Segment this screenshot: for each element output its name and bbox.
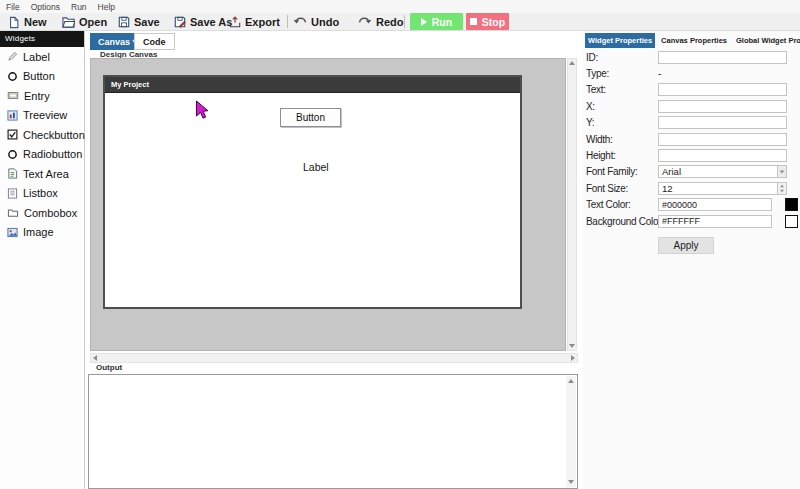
save-as-button[interactable]: Save As <box>174 14 232 30</box>
tab-global-widget-properties[interactable]: Global Widget Properties <box>733 33 800 48</box>
id-input[interactable] <box>658 51 787 64</box>
widgets-header: Widgets <box>0 31 84 47</box>
project-window-titlebar: My Project <box>105 77 520 93</box>
menu-options[interactable]: Options <box>31 2 60 12</box>
text-color-swatch[interactable] <box>785 198 798 211</box>
menu-file[interactable]: File <box>6 2 20 12</box>
font-family-value: Arial <box>662 166 681 177</box>
new-button[interactable]: New <box>8 14 47 30</box>
background-color-label: Background Color: <box>586 216 658 227</box>
scroll-right-icon[interactable] <box>571 355 575 361</box>
item-text: Entry <box>24 90 50 102</box>
redo-label: Redo <box>376 16 404 28</box>
scroll-up-icon[interactable] <box>568 379 574 383</box>
canvas-label-widget[interactable]: Label <box>303 161 329 173</box>
property-row-text: Text: <box>586 82 798 98</box>
chevron-down-icon <box>780 190 784 193</box>
tab-code[interactable]: Code <box>134 33 175 50</box>
item-text: Label <box>23 51 50 63</box>
circle-icon <box>7 71 18 82</box>
scroll-down-icon[interactable] <box>568 480 574 484</box>
sidebar-item-combobox[interactable]: Combobox <box>0 203 84 223</box>
properties-form: ID: Type: - Text: X: Y: Width: Height: F… <box>586 49 798 254</box>
item-text: Text Area <box>23 168 69 180</box>
scroll-up-icon[interactable] <box>569 61 575 65</box>
sidebar-item-button[interactable]: Button <box>0 67 84 87</box>
text-color-input[interactable] <box>658 198 772 211</box>
stop-icon <box>470 18 477 25</box>
image-icon <box>7 227 18 238</box>
text-color-label: Text Color: <box>586 199 658 210</box>
sidebar-item-radiobutton[interactable]: Radiobutton <box>0 145 84 165</box>
background-color-input[interactable] <box>658 215 772 228</box>
height-input[interactable] <box>658 149 787 162</box>
save-as-icon <box>174 16 186 28</box>
chevron-down-icon <box>780 170 785 173</box>
sidebar-item-checkbutton[interactable]: Checkbutton <box>0 125 84 145</box>
font-family-select[interactable]: Arial <box>658 165 787 178</box>
export-button[interactable]: Export <box>229 14 280 30</box>
y-input[interactable] <box>658 116 787 129</box>
spin-down-button[interactable] <box>778 188 786 194</box>
play-icon <box>421 18 427 26</box>
type-label: Type: <box>586 68 658 79</box>
open-button[interactable]: Open <box>62 14 107 30</box>
canvas-vertical-scrollbar[interactable] <box>567 58 577 351</box>
sidebar-item-label[interactable]: Label <box>0 47 84 67</box>
run-button[interactable]: Run <box>410 13 463 30</box>
toolbar-separator <box>404 15 405 28</box>
pencil-icon <box>7 51 18 62</box>
sidebar-item-listbox[interactable]: Listbox <box>0 184 84 204</box>
width-input[interactable] <box>658 133 787 146</box>
font-family-label: Font Family: <box>586 166 658 177</box>
new-document-icon <box>8 16 20 29</box>
sidebar-item-treeview[interactable]: Treeview <box>0 106 84 126</box>
menu-help[interactable]: Help <box>98 2 115 12</box>
item-text: Image <box>23 226 54 238</box>
type-value: - <box>658 68 661 79</box>
menu-run[interactable]: Run <box>71 2 87 12</box>
item-text: Radiobutton <box>23 148 82 160</box>
sidebar-item-image[interactable]: Image <box>0 223 84 243</box>
widgets-sidebar: Widgets Label Button Entry Treeview Chec… <box>0 31 85 489</box>
scroll-down-icon[interactable] <box>569 344 575 348</box>
new-label: New <box>24 16 47 28</box>
text-label: Text: <box>586 84 658 95</box>
text-input[interactable] <box>658 83 787 96</box>
scroll-left-icon[interactable] <box>93 355 97 361</box>
apply-button[interactable]: Apply <box>658 237 714 254</box>
font-size-label: Font Size: <box>586 183 658 194</box>
export-icon <box>229 16 241 28</box>
dropdown-button[interactable] <box>777 166 786 177</box>
width-label: Width: <box>586 134 658 145</box>
redo-button[interactable]: Redo <box>358 14 404 30</box>
canvas-button-widget[interactable]: Button <box>280 108 341 127</box>
treeview-icon <box>7 110 18 121</box>
output-box[interactable] <box>88 374 578 489</box>
property-row-font-family: Font Family: Arial <box>586 164 798 180</box>
property-row-font-size: Font Size: 12 <box>586 180 798 196</box>
combobox-icon <box>7 207 19 218</box>
tab-canvas-properties[interactable]: Canvas Properties <box>658 33 730 48</box>
output-label: Output <box>96 363 122 372</box>
save-button[interactable]: Save <box>118 14 160 30</box>
canvas-horizontal-scrollbar[interactable] <box>90 353 578 363</box>
property-row-x: X: <box>586 98 798 114</box>
output-vertical-scrollbar[interactable] <box>566 376 576 487</box>
sidebar-item-text-area[interactable]: Text Area <box>0 164 84 184</box>
open-label: Open <box>79 16 107 28</box>
toolbar: New Open Save Save As Export Undo Redo R… <box>0 13 800 31</box>
background-color-swatch[interactable] <box>785 215 798 228</box>
undo-button[interactable]: Undo <box>293 14 339 30</box>
chevron-up-icon <box>780 184 784 187</box>
x-input[interactable] <box>658 100 787 113</box>
item-text: Combobox <box>24 207 77 219</box>
property-row-background-color: Background Color: <box>586 213 798 229</box>
stop-button[interactable]: Stop <box>466 13 509 30</box>
font-size-stepper[interactable]: 12 <box>658 182 787 195</box>
properties-tabs: Widget Properties Canvas Properties Glob… <box>585 33 800 48</box>
sidebar-item-entry[interactable]: Entry <box>0 86 84 106</box>
tab-widget-properties[interactable]: Widget Properties <box>585 33 655 48</box>
tab-label: Canvas * <box>98 37 136 47</box>
save-icon <box>118 16 130 28</box>
